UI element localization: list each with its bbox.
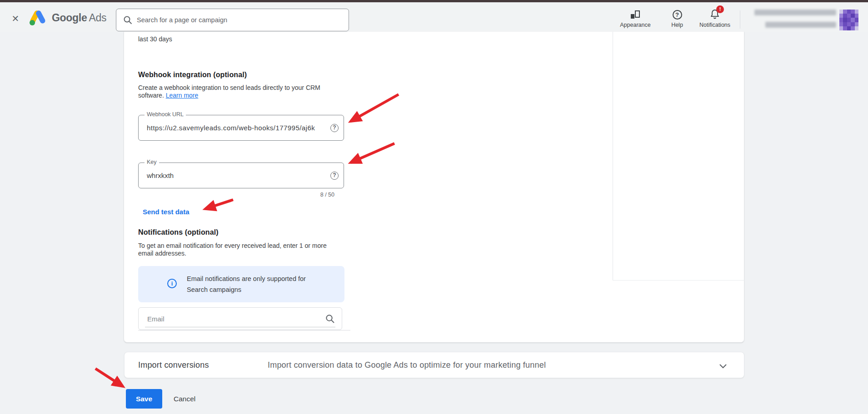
learn-more-link[interactable]: Learn more [166,92,199,99]
import-conversions-row[interactable]: Import conversions Import conversion dat… [124,352,744,378]
account-id-redacted [765,22,836,28]
cancel-button[interactable]: Cancel [169,389,200,409]
appearance-label: Appearance [614,22,656,28]
email-underline [145,327,335,327]
help-label: Help [656,22,698,28]
app-header: ✕ GoogleAds Appearance ? [0,2,868,32]
appearance-icon [631,10,640,19]
panel-divider-bottom [613,280,744,281]
info-banner: i Email notifications are only supported… [138,266,344,302]
import-conversions-title: Import conversions [138,360,209,370]
help-icon: ? [673,10,682,20]
webhook-section-title: Webhook integration (optional) [138,71,247,79]
notifications-button[interactable]: ! Notifications [694,9,736,28]
import-conversions-description: Import conversion data to Google Ads to … [268,360,546,370]
scrolled-text-fragment: last 30 days [138,35,172,43]
email-section-divider [138,330,350,330]
webhook-key-field[interactable]: Key ? [138,163,344,188]
send-test-data-button[interactable]: Send test data [143,208,190,216]
notifications-section-title: Notifications (optional) [138,228,219,237]
avatar[interactable] [839,10,858,30]
global-search [116,9,349,31]
webhook-section-description: Create a webhook integration to send lea… [138,84,334,99]
search-icon [123,15,132,25]
chevron-down-icon[interactable] [718,360,728,371]
search-input[interactable] [137,16,337,24]
email-field[interactable] [138,307,342,330]
notifications-label: Notifications [694,22,736,28]
header-divider [740,10,740,29]
info-banner-text: Email notifications are only supported f… [187,273,325,295]
webhook-key-input[interactable] [147,163,329,188]
notifications-section-description: To get an email notification for every r… [138,242,336,257]
google-ads-logo: GoogleAds [28,9,106,27]
help-circle-icon[interactable]: ? [330,124,339,132]
brand-wordmark: GoogleAds [52,12,106,24]
email-input[interactable] [147,308,320,330]
close-icon[interactable]: ✕ [10,13,21,24]
help-circle-icon[interactable]: ? [330,172,339,180]
google-ads-page: ✕ GoogleAds Appearance ? [0,0,868,414]
webhook-url-field[interactable]: Webhook URL ? [138,115,344,141]
red-arrow [95,369,123,386]
key-char-counter: 8 / 50 [138,192,344,198]
panel-divider [613,32,613,280]
info-icon: i [167,279,177,288]
email-search-icon[interactable] [325,314,335,324]
webhook-url-input[interactable] [147,115,334,140]
lead-form-panel: last 30 days Webhook integration (option… [124,32,744,343]
notification-badge: ! [716,5,724,13]
help-button[interactable]: ? Help [656,9,698,28]
google-ads-logo-mark [28,9,47,27]
save-button[interactable]: Save [126,389,162,409]
account-name-redacted [754,10,836,15]
appearance-button[interactable]: Appearance [614,9,656,28]
